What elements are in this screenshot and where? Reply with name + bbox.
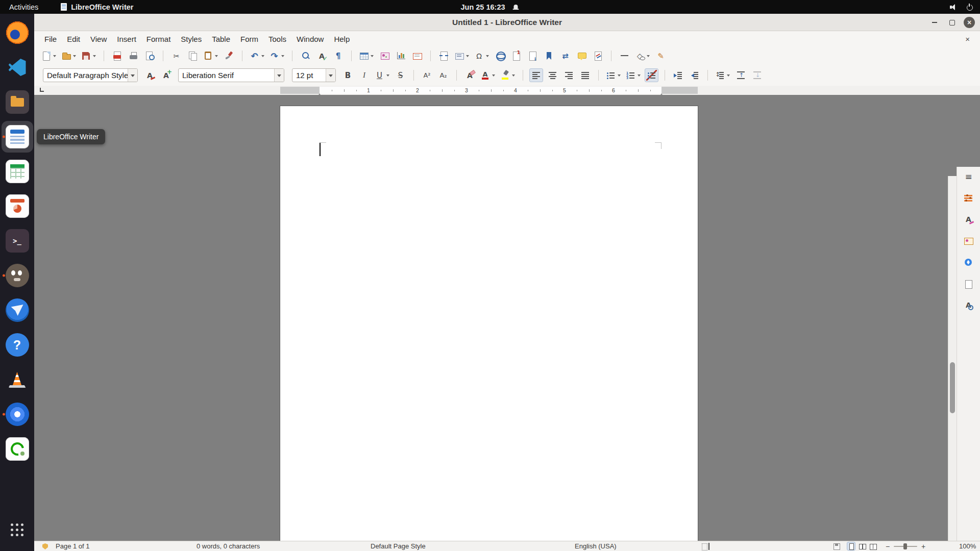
copy-button[interactable] [186,49,200,63]
book-view-button[interactable] [868,542,877,550]
clock-menu[interactable]: Jun 25 16:23 [460,3,519,11]
menu-format[interactable]: Format [141,33,176,45]
minimize-button[interactable] [929,17,940,28]
focused-app-indicator[interactable]: LibreOffice Writer [61,3,133,11]
strikethrough-button[interactable]: S [394,68,407,82]
font-name-combo[interactable]: Liberation Serif [178,68,284,82]
sidebar-tab-styles[interactable]: A [961,213,976,226]
line-spacing-button[interactable] [714,68,731,82]
horizontal-line-button[interactable] [618,49,631,63]
undo-dropdown-arrow[interactable] [260,49,265,62]
dock-item-libreoffice-writer[interactable] [2,121,33,153]
font-name-value[interactable]: Liberation Serif [179,69,274,82]
paragraph-style-combo[interactable]: Default Paragraph Style [43,68,138,82]
superscript-button[interactable]: A² [420,68,434,82]
insert-chart-button[interactable] [394,49,408,63]
line-spacing-dropdown-arrow[interactable] [726,69,731,82]
decrease-indent-button[interactable] [688,68,701,82]
text-language[interactable]: English (USA) [575,541,617,551]
close-document-button[interactable]: × [960,35,975,43]
sidebar-tab-page[interactable] [961,277,976,290]
save-dropdown-arrow[interactable] [92,49,97,62]
bold-button[interactable]: B [341,68,355,82]
sidebar-tab-gallery[interactable] [961,234,976,247]
cut-button[interactable]: ✂ [169,49,183,63]
paragraph-style-value[interactable]: Default Paragraph Style [43,69,128,82]
underline-dropdown-arrow[interactable] [385,69,390,82]
dock-item-libreoffice-startcenter[interactable] [2,433,33,465]
no-list-button[interactable] [645,68,658,82]
open-dropdown-arrow[interactable] [72,49,77,62]
show-draw-functions-button[interactable]: ✎ [654,49,668,63]
horizontal-ruler[interactable]: 123456 [34,86,980,95]
word-count[interactable]: 0 words, 0 characters [197,541,260,551]
insert-table-dropdown-arrow[interactable] [370,49,375,62]
italic-button[interactable]: I [357,68,371,82]
zoom-slider-thumb[interactable] [903,543,907,549]
track-changes-button[interactable] [591,49,605,63]
insert-hyperlink-button[interactable] [493,49,507,63]
formatting-marks-button[interactable]: ¶ [331,49,345,63]
clone-formatting-button[interactable] [222,49,236,63]
print-preview-button[interactable] [143,49,157,63]
dock-item-firefox[interactable] [2,17,33,48]
insert-special-character-button[interactable]: Ω [473,49,491,63]
insert-cross-reference-button[interactable]: ⇄ [558,49,572,63]
paste-button[interactable] [202,49,219,63]
insert-image-button[interactable] [378,49,391,63]
new-dropdown-arrow[interactable] [52,49,57,62]
menu-help[interactable]: Help [329,33,355,45]
dock-item-vlc[interactable] [2,364,33,395]
dock-item-libreoffice-calc[interactable] [2,156,33,187]
insert-special-character-dropdown-arrow[interactable] [485,49,490,62]
insert-comment-button[interactable] [575,49,589,63]
menu-insert[interactable]: Insert [112,33,141,45]
dock-item-chromium[interactable] [2,398,33,430]
align-right-button[interactable] [562,68,576,82]
document-modified-icon[interactable] [833,542,841,550]
new-style-button[interactable]: A [159,68,173,82]
insert-page-break-button[interactable] [437,49,451,63]
menu-table[interactable]: Table [207,33,235,45]
menu-window[interactable]: Window [291,33,329,45]
page-count[interactable]: Page 1 of 1 [56,541,90,551]
insert-bookmark-button[interactable] [542,49,556,63]
spelling-button[interactable]: A [315,49,329,63]
decrease-paragraph-spacing-button[interactable] [750,68,764,82]
font-name-dropdown-arrow[interactable] [274,69,284,82]
redo-button[interactable]: ↷ [268,49,286,63]
align-center-button[interactable] [546,68,559,82]
subscript-button[interactable]: A₂ [436,68,450,82]
ordered-list-button[interactable] [625,68,642,82]
dock-item-terminal[interactable]: >_ [2,225,33,257]
show-applications-button[interactable] [2,514,33,546]
dock-item-gimp[interactable] [2,260,33,291]
font-color-button[interactable]: A [479,68,497,82]
clear-formatting-button[interactable]: A [463,68,477,82]
basic-shapes-button[interactable]: ◇ [634,49,651,63]
zoom-in-button[interactable]: + [920,543,926,550]
vertical-scrollbar[interactable] [948,176,957,541]
maximize-button[interactable] [946,17,958,28]
save-button[interactable] [80,49,97,63]
unordered-list-button[interactable] [605,68,622,82]
menu-edit[interactable]: Edit [62,33,85,45]
insert-text-box-button[interactable] [410,49,424,63]
zoom-slider[interactable] [894,546,917,547]
dock-item-libreoffice-impress[interactable] [2,190,33,222]
highlight-color-button[interactable] [499,68,517,82]
menu-form[interactable]: Form [235,33,263,45]
insert-endnote-button[interactable] [526,49,540,63]
font-size-value[interactable]: 12 pt [292,69,326,82]
underline-button[interactable]: U [374,68,391,82]
ordered-list-dropdown-arrow[interactable] [636,69,642,82]
dock-item-help[interactable]: ? [2,329,33,361]
undo-button[interactable]: ↶ [249,49,266,63]
new-button[interactable] [40,49,58,63]
paste-dropdown-arrow[interactable] [214,49,219,62]
redo-dropdown-arrow[interactable] [280,49,285,62]
update-style-button[interactable]: A [143,68,157,82]
font-size-combo[interactable]: 12 pt [292,68,336,82]
menu-view[interactable]: View [85,33,112,45]
insert-table-button[interactable] [358,49,375,63]
